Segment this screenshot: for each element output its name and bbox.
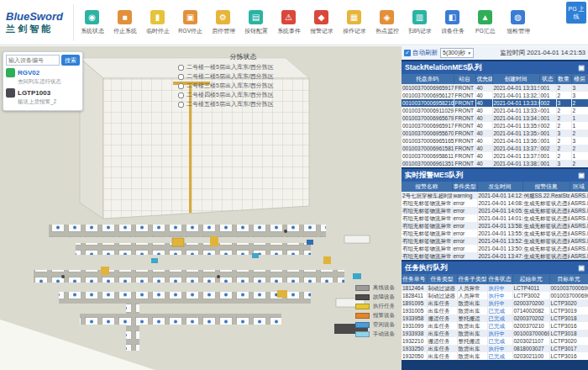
- section-title: 任务执行队列: [405, 263, 448, 273]
- toolbar-button-label: 巡检管理: [507, 26, 530, 34]
- checkbox-check-icon: ✓: [404, 50, 411, 56]
- toolbar-button[interactable]: ⚠ 系统事件: [272, 10, 305, 35]
- legend-label: 手动设备: [373, 330, 395, 338]
- alarm-title-bar[interactable]: 实时报警MES队列 ▣: [402, 169, 588, 182]
- toolbar-button[interactable]: ◉ 系统状态: [76, 10, 108, 35]
- task-queue-section: 任务执行队列 ▣ 任务单号任务类型任务子类型任务状态起始单元目标单元 18124…: [402, 262, 588, 360]
- collapse-icon[interactable]: ▣: [578, 172, 585, 179]
- table-row[interactable]: 1891095出库任务 散货出库执行中 0200370200LCTP3020: [402, 299, 588, 307]
- stack-relation-section: StackRelationMES队列 ▣ 托盘条码站台优先级创建时间状态数量楼层…: [402, 61, 588, 167]
- filter-option[interactable]: 二号楼三楼5层出入库东/西分拣区: [178, 82, 308, 90]
- toolbar-button[interactable]: ▦ 操作记录: [338, 10, 370, 35]
- refresh-interval-select[interactable]: 5(300)秒 ▼: [440, 48, 474, 58]
- stack-relation-title-bar[interactable]: StackRelationMES队列 ▣: [402, 61, 588, 74]
- filter-checkbox[interactable]: [178, 102, 184, 108]
- refresh-interval-value: 5(300)秒: [443, 49, 465, 57]
- auto-refresh-checkbox[interactable]: ✓ 自动刷新: [404, 49, 438, 57]
- legend-color-chip: [355, 322, 370, 328]
- table-row[interactable]: 1828411制动过滤器 人员异常执行中 LCTP300200100370006…: [402, 292, 588, 299]
- task-queue-table: 任务单号任务类型任务子类型任务状态起始单元目标单元 1812464制动过滤器 人…: [402, 274, 588, 360]
- monitor-panel: ✓ 自动刷新 5(300)秒 ▼ 监控时间 2021-04-01 14:21:5…: [402, 46, 588, 370]
- device-item[interactable]: LGTP1003: [6, 88, 80, 98]
- table-row[interactable]: 有组无标签物流异常error 2021-04-01 13:58:22生成无标签状…: [402, 222, 588, 230]
- toolbar-button[interactable]: ▲ PG汇总: [469, 10, 501, 35]
- status-legend: 离线设备 故障设备 执行任务 报警设备 空闲设备: [355, 283, 395, 338]
- table-row[interactable]: 1933958搬运任务 整托搬运已完成 0200370202LCTP3018: [402, 314, 588, 322]
- table-row[interactable]: 1933938出库任务 散货出库执行中 0010037000696002LCTP…: [402, 330, 588, 337]
- device-search-input[interactable]: [6, 55, 60, 66]
- toolbar-button-label: 按钮配置: [244, 26, 268, 34]
- top-toolbar: BlueSword 兰剑智能 ◉ 系统状态 ■ 停止系统 ▮ 临时停止 ▣ RG…: [0, 0, 588, 45]
- table-row[interactable]: 有组无标签物流异常error 2021-04-01 14:05:17生成无标签状…: [402, 207, 588, 214]
- toolbar-button-label: 扫码记录: [408, 26, 432, 34]
- column-header: 楼层: [571, 74, 588, 84]
- toolbar-button[interactable]: ■ 停止系统: [108, 10, 141, 35]
- pg-status-tag[interactable]: PG 上线: [566, 2, 586, 24]
- table-row[interactable]: 0010037000696567970FRONT 402021-04-01 13…: [402, 114, 588, 122]
- toolbar-button[interactable]: ▣ RGV停止: [174, 10, 207, 35]
- alarm-section: 实时报警MES队列 ▣ 报警名称事件类型发生时间报警信息区域 2号七层穿梭车超时…: [402, 169, 588, 260]
- table-row[interactable]: 0010037000696135132FRONT 402021-04-01 13…: [402, 160, 588, 167]
- table-row[interactable]: 0010037000695821618FRONT 402021-04-01 13…: [402, 99, 588, 107]
- collapse-icon[interactable]: ▣: [578, 64, 585, 71]
- table-row[interactable]: 1931099出库任务 散货出库已完成 0200370210LCTP3016: [402, 322, 588, 330]
- toolbar-button[interactable]: ▮ 临时停止: [141, 10, 174, 35]
- filter-option[interactable]: 二号楼一楼5层出入库东/西分拣区: [178, 63, 308, 71]
- legend-row: 手动设备: [355, 330, 395, 338]
- table-row[interactable]: 有组无标签物流异常error 2021-04-01 13:47:18生成无标签状…: [402, 252, 588, 260]
- table-row[interactable]: 0010037000696516514FRONT 402021-04-01 13…: [402, 137, 588, 145]
- device-code: RGV02: [18, 69, 39, 77]
- table-row[interactable]: 有组无标签物流异常error 2021-04-01 14:01:46生成无标签状…: [402, 214, 588, 222]
- toolbar-button[interactable]: ◧ 设备任务: [436, 10, 469, 35]
- table-row[interactable]: 0010037000695612747FRONT 402021-04-01 13…: [402, 92, 588, 99]
- toolbar-button[interactable]: ◍ 巡检管理: [501, 10, 534, 35]
- filter-option-label: 二号楼二楼5层出入库东/西分拣区: [186, 72, 274, 81]
- monitor-time: 监控时间 2021-04-01 14:21:53: [500, 49, 585, 57]
- toolbar-button[interactable]: ▤ 按钮配置: [239, 10, 272, 35]
- table-row[interactable]: 0010037000695567070FRONT 402021-04-01 13…: [402, 130, 588, 137]
- filter-checkbox[interactable]: [178, 65, 184, 71]
- table-row[interactable]: 1931005出库任务 散货出库已完成 0714002082LCTP3019: [402, 307, 588, 314]
- filter-option[interactable]: 二号楼五楼5层出入库东/西分拣区: [178, 100, 308, 108]
- legend-label: 执行任务: [373, 303, 395, 310]
- column-header: 目标单元: [549, 274, 588, 284]
- table-row[interactable]: 1933250出库任务 散货出库执行中 0818003027LCTP3017: [402, 345, 588, 352]
- toolbar-button[interactable]: ▥ 扫码记录: [403, 10, 436, 35]
- table-row[interactable]: 0010037000696158136FRONT 402021-04-01 13…: [402, 145, 588, 152]
- toolbar-button[interactable]: ◆ 报警记录: [305, 10, 338, 35]
- stack-relation-table: 托盘条码站台优先级创建时间状态数量楼层 0010037000696591797F…: [402, 74, 588, 167]
- table-row[interactable]: 0010037000696591797FRONT 402021-04-01 13…: [402, 84, 588, 92]
- column-header: 发生时间: [477, 182, 522, 192]
- toolbar-button-icon: ▲: [478, 10, 492, 24]
- table-row[interactable]: 有组无标签物流异常error 2021-04-01 13:52:47生成无标签状…: [402, 237, 588, 245]
- toolbar-button[interactable]: ◈ 热点监控: [370, 10, 403, 35]
- collapse-icon[interactable]: ▣: [578, 264, 585, 272]
- filter-checkbox[interactable]: [178, 83, 184, 89]
- table-row[interactable]: 1932210搬运任务 整托搬运已完成 0203021107LCTP3020: [402, 337, 588, 345]
- warehouse-3d-view[interactable]: 搜索 RGV02 去回列车运行状态 LGTP1003 输送上货报警_2 分拣状态: [0, 46, 402, 370]
- toolbar-button[interactable]: ⚙ 启停管理: [207, 10, 239, 35]
- device-search-button[interactable]: 搜索: [61, 55, 80, 66]
- task-queue-title-bar[interactable]: 任务执行队列 ▣: [402, 262, 588, 274]
- device-desc: 去回列车运行状态: [18, 78, 80, 86]
- table-row[interactable]: 0010037000691102945FRONT 402021-04-01 13…: [402, 107, 588, 114]
- brand-name-cn: 兰剑智能: [6, 23, 73, 35]
- filter-checkbox[interactable]: [178, 92, 184, 98]
- table-row[interactable]: 有组无标签物流异常error 2021-04-01 14:08:31生成无标签状…: [402, 199, 588, 207]
- table-row[interactable]: 1932050出库任务 散货出库已完成 0203021100LCTP3016: [402, 352, 588, 360]
- table-row[interactable]: 0010037000696591793FRONT 402021-04-01 13…: [402, 122, 588, 130]
- table-row[interactable]: 1812464制动过滤器 人员异常执行中 LCTP401100100370006…: [402, 284, 588, 292]
- legend-label: 离线设备: [373, 284, 395, 292]
- legend-row: 离线设备: [355, 284, 395, 292]
- table-row[interactable]: 2号七层穿梭车超时跟踪|RGV20Swarning 2021-04-01 14:…: [402, 192, 588, 199]
- toolbar-button-icon: ◧: [445, 10, 459, 24]
- filter-option[interactable]: 二号楼四楼5层出入库东/西分拣区: [178, 91, 308, 99]
- filter-option[interactable]: 二号楼二楼5层出入库东/西分拣区: [178, 72, 308, 81]
- legend-row: 空闲设备: [355, 321, 395, 329]
- filter-checkbox[interactable]: [178, 74, 184, 80]
- table-row[interactable]: 有组无标签物流异常error 2021-04-01 13:55:09生成无标签状…: [402, 230, 588, 237]
- brand-logo: BlueSword 兰剑智能: [0, 4, 74, 41]
- table-row[interactable]: 有组无标签物流异常error 2021-04-01 13:50:31生成无标签状…: [402, 245, 588, 252]
- table-row[interactable]: 0010037000695861132FRONT 402021-04-01 13…: [402, 152, 588, 160]
- device-item[interactable]: RGV02: [6, 68, 80, 77]
